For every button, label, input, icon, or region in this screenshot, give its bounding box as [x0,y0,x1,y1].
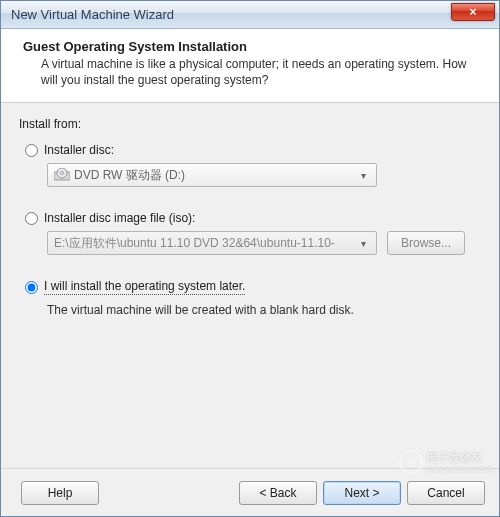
radio-install-later[interactable] [25,281,38,294]
next-button[interactable]: Next > [323,481,401,505]
back-button[interactable]: < Back [239,481,317,505]
close-button[interactable]: × [451,3,495,21]
option-installer-disc[interactable]: Installer disc: [19,143,481,157]
option-iso-file-label: Installer disc image file (iso): [44,211,195,225]
wizard-window: New Virtual Machine Wizard × Guest Opera… [0,0,500,517]
installer-disc-dropdown[interactable]: DVD RW 驱动器 (D:) ▾ [47,163,377,187]
wizard-body: Install from: Installer disc: DVD RW 驱动器… [1,103,499,468]
chevron-down-icon: ▾ [354,170,372,181]
wizard-header: Guest Operating System Installation A vi… [1,29,499,103]
dvd-drive-icon [54,168,70,182]
cancel-button[interactable]: Cancel [407,481,485,505]
header-title: Guest Operating System Installation [23,39,477,54]
option-install-later-label: I will install the operating system late… [44,279,245,295]
install-later-description: The virtual machine will be created with… [47,303,481,317]
window-title: New Virtual Machine Wizard [11,7,451,22]
install-from-label: Install from: [19,117,481,131]
option-installer-disc-label: Installer disc: [44,143,114,157]
iso-path-value: E:\应用软件\ubuntu 11.10 DVD 32&64\ubuntu-11… [54,235,354,252]
radio-iso-file[interactable] [25,212,38,225]
chevron-down-icon: ▾ [354,238,372,249]
header-description: A virtual machine is like a physical com… [23,56,477,88]
installer-disc-value: DVD RW 驱动器 (D:) [74,167,354,184]
option-install-later[interactable]: I will install the operating system late… [19,279,481,295]
radio-installer-disc[interactable] [25,144,38,157]
svg-point-2 [61,172,64,175]
wizard-footer: Help < Back Next > Cancel [1,468,499,516]
iso-path-dropdown[interactable]: E:\应用软件\ubuntu 11.10 DVD 32&64\ubuntu-11… [47,231,377,255]
titlebar: New Virtual Machine Wizard × [1,1,499,29]
browse-button[interactable]: Browse... [387,231,465,255]
close-icon: × [469,5,476,19]
option-iso-file[interactable]: Installer disc image file (iso): [19,211,481,225]
help-button[interactable]: Help [21,481,99,505]
